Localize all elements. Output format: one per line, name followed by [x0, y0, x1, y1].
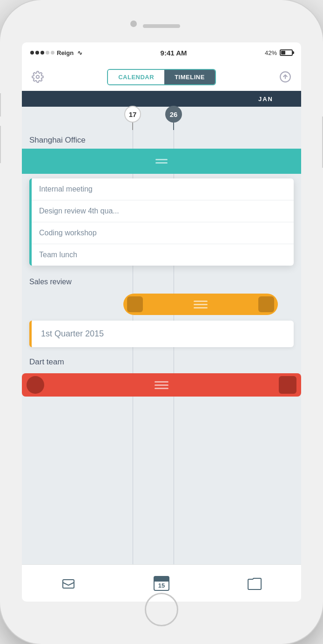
battery-icon [280, 49, 293, 56]
inbox-icon [61, 575, 76, 591]
row-shanghai: Shanghai Office Internal meeting Design … [22, 130, 301, 266]
share-icon[interactable] [277, 69, 294, 85]
signal-dot-1 [30, 51, 34, 55]
yellow-bar-left-handle [127, 296, 143, 312]
timeline-markers: 17 26 [22, 107, 301, 130]
status-bar: Reign ∿ 9:41 AM 42% [22, 42, 301, 63]
red-bar-line-2 [155, 384, 168, 386]
side-button-volume-mute [0, 93, 1, 116]
phone-camera [130, 21, 137, 27]
marker-17-circle: 17 [124, 106, 141, 123]
bar-line-2 [194, 304, 208, 305]
bar-line-3 [194, 307, 208, 308]
signal-dots [30, 51, 54, 55]
status-right: 42% [265, 49, 293, 56]
signal-dot-5 [51, 51, 54, 55]
red-bar-right-handle [279, 376, 296, 394]
time-display: 9:41 AM [161, 49, 187, 57]
row-sales: Sales review [22, 270, 301, 347]
popup-item-internal[interactable]: Internal meeting [32, 178, 294, 200]
gear-icon[interactable] [29, 69, 46, 85]
handle-line-1 [155, 159, 168, 160]
calendar-icon: 15 [154, 576, 169, 591]
popup-item-design[interactable]: Design review 4th qua... [32, 200, 294, 222]
cal-date-number: 15 [155, 582, 168, 590]
battery-fill [281, 51, 285, 55]
phone-speaker [143, 24, 180, 28]
quarter-card[interactable]: 1st Quarter 2015 [29, 321, 294, 347]
folder-icon [247, 575, 262, 591]
app-header: CALENDAR TIMELINE [22, 63, 301, 91]
marker-26-pin [173, 123, 174, 130]
yellow-bar-center [194, 301, 208, 308]
scroll-content[interactable]: Shanghai Office Internal meeting Design … [22, 130, 301, 564]
signal-dot-3 [40, 51, 44, 55]
popup-item-coding[interactable]: Coding workshop [32, 222, 294, 244]
tab-calendar-active[interactable]: 15 [145, 576, 178, 591]
shanghai-label: Shanghai Office [22, 130, 301, 149]
yellow-bar[interactable] [123, 294, 278, 315]
yellow-bar-right-handle [258, 296, 274, 312]
status-left: Reign ∿ [30, 49, 82, 56]
phone-device: Reign ∿ 9:41 AM 42% [0, 0, 323, 644]
battery-percent: 42% [265, 49, 277, 56]
side-button-volume [0, 126, 1, 163]
marker-day-26: 26 [165, 106, 182, 130]
signal-dot-2 [35, 51, 39, 55]
red-bar-line-3 [155, 388, 168, 389]
red-bar-line-1 [155, 381, 168, 383]
red-bar-container [22, 371, 301, 398]
red-bar-left-handle [27, 376, 44, 394]
marker-17-pin [132, 123, 133, 130]
popup-card: Internal meeting Design review 4th qua..… [29, 178, 294, 266]
cal-icon-header [155, 577, 168, 582]
svg-point-0 [36, 75, 40, 79]
popup-item-lunch[interactable]: Team lunch [32, 244, 294, 266]
handle-line-2 [155, 162, 168, 164]
red-bar-center [155, 381, 168, 389]
svg-rect-3 [63, 580, 74, 588]
timeline-area: JAN 17 26 [22, 91, 301, 564]
carrier-label: Reign [57, 49, 74, 56]
wifi-icon: ∿ [77, 49, 82, 56]
signal-dot-4 [46, 51, 49, 55]
tab-timeline[interactable]: TIMELINE [164, 70, 215, 84]
marker-26-circle: 26 [165, 106, 182, 123]
month-bar: JAN [22, 91, 301, 107]
marker-day-17: 17 [124, 106, 141, 130]
yellow-bar-container [22, 291, 301, 318]
month-label: JAN [258, 96, 273, 103]
dart-label: Dart team [22, 350, 301, 370]
sales-label: Sales review [22, 270, 301, 289]
tab-calendar[interactable]: CALENDAR [108, 70, 164, 84]
tab-folder[interactable] [238, 575, 271, 591]
teal-bar[interactable] [22, 149, 301, 174]
view-toggle: CALENDAR TIMELINE [107, 69, 216, 85]
row-dart: Dart team [22, 350, 301, 398]
teal-bar-handle [155, 159, 168, 164]
bar-line-1 [194, 301, 208, 302]
home-button[interactable] [145, 593, 178, 626]
phone-screen: Reign ∿ 9:41 AM 42% [22, 42, 301, 602]
red-bar[interactable] [22, 373, 301, 397]
tab-inbox[interactable] [52, 575, 85, 591]
battery-box [280, 49, 293, 56]
